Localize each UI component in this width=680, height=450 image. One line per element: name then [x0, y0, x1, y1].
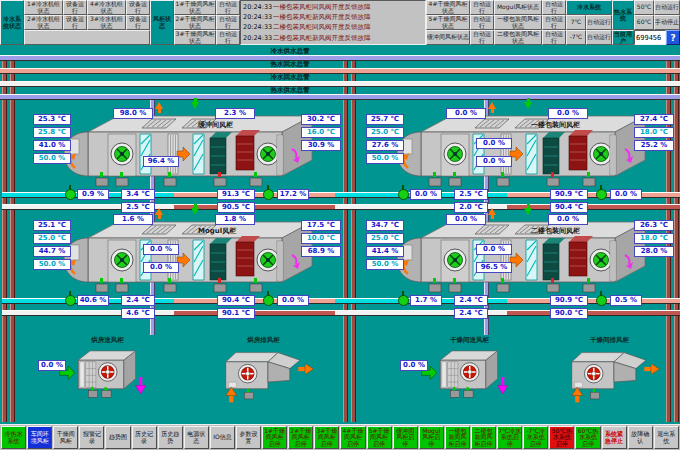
fan-unit: 干燥间送风柜 0.0 %: [402, 336, 537, 422]
ahu-status-row: 二楼包装间风柜状态 自动运行: [494, 30, 566, 45]
current-user-input[interactable]: [634, 30, 666, 45]
control-button[interactable]: 2#干燥间风柜启停: [288, 426, 313, 449]
hot-valve-icon: [596, 295, 607, 306]
readout-temp-setpoint: 25.0 ℃: [366, 127, 404, 138]
alarm-time: 20:24:33: [243, 2, 273, 12]
nav-button[interactable]: 参数设置: [236, 426, 261, 449]
section-label-cold-system: 冷水系统: [566, 0, 612, 15]
readout-return-humidity: 41.0 %: [33, 140, 71, 151]
chiller-status-group: 1#冷水机组状态 设备运行 4#冷水机组状态 设备运行 2#冷水机组状态 设备运…: [24, 0, 150, 45]
nav-button[interactable]: 干燥间风柜: [53, 426, 78, 449]
control-button[interactable]: 3#干燥间风柜启停: [314, 426, 339, 449]
control-button[interactable]: 缓冲间风柜启停: [393, 426, 418, 449]
fan-unit: 干燥间排风柜: [542, 336, 677, 422]
alarm-time: 20:24:33: [243, 12, 273, 22]
status-cell: Mogul风柜状态: [494, 0, 542, 15]
control-button[interactable]: 7℃冷水系统启停: [497, 426, 522, 449]
readout-temp-setpoint: 25.0 ℃: [366, 233, 404, 244]
status-cell: 缓冲间风柜状态: [426, 30, 470, 45]
control-button[interactable]: 5#干燥间风柜启停: [367, 426, 392, 449]
hot-supply-pipe: [507, 192, 680, 198]
readout-chilled-supply-temp: 2.5 ℃: [454, 189, 488, 200]
supply-fan-icon: [420, 345, 538, 404]
readout-chilled-supply-temp: 3.4 ℃: [121, 189, 155, 200]
help-icon[interactable]: ?: [666, 30, 680, 45]
readout-return-humidity: 27.6 %: [366, 140, 404, 151]
fan-unit: 烘房送风柜 0.0 %: [40, 336, 175, 422]
run-state-cell: 自动运行: [470, 0, 494, 15]
ahu-status-row: 5#干燥间风柜状态 自动运行: [426, 15, 494, 30]
bottom-toolbar: 冷热水系统 车间环境风柜 干燥间风柜 报警记录 趋势图 历史记录 历史趋势 电源…: [0, 424, 680, 450]
riser-pipe: [2, 55, 7, 422]
current-user-label: 当前用户: [612, 30, 634, 45]
readout-damper-top-left: 0.0 %: [446, 214, 486, 225]
ahu-name: Mogul风柜: [198, 226, 310, 236]
status-cell: 二楼包装间风柜状态: [494, 30, 542, 45]
fan-unit-label: 干燥间送风柜: [402, 336, 537, 345]
control-button[interactable]: 50℃热水系统启停: [549, 426, 574, 449]
readout-supply-humidity: 68.9 %: [301, 246, 341, 257]
control-button[interactable]: 二楼包装间风柜启停: [471, 426, 496, 449]
control-button[interactable]: 系统紧急停止: [602, 426, 627, 449]
readout-fan-flow: 0.0 %: [38, 360, 66, 371]
alarm-message: 二楼包装风柜回风阀开度反馈故障: [273, 22, 371, 32]
status-cell: 一楼包装间风柜状态: [494, 15, 542, 30]
nav-button[interactable]: 历史记录: [132, 426, 157, 449]
cold-system-row: -7℃ 自动运行: [566, 30, 612, 45]
nav-button[interactable]: 电源状态: [184, 426, 209, 449]
readout-mid-lower: 0.0 %: [143, 262, 179, 273]
nav-button[interactable]: 趋势图: [105, 426, 130, 449]
alarm-message: 二楼包装风柜新风阀开度反馈故障: [273, 33, 371, 43]
run-state-cell: 自动运行: [216, 0, 240, 15]
readout-chilled-return-temp: 2.0 ℃: [454, 202, 488, 213]
status-cell: 2#冷水机组状态: [24, 15, 63, 30]
readout-chilled-valve-opening: 1.7 %: [410, 295, 442, 306]
nav-button[interactable]: 冷热水系统: [1, 426, 26, 449]
nav-button[interactable]: 历史趋势: [158, 426, 183, 449]
control-button[interactable]: 退出系统: [654, 426, 679, 449]
readout-mid-upper: 0.0 %: [143, 244, 179, 255]
control-button[interactable]: 60℃热水系统启停: [575, 426, 600, 449]
hot-supply-pipe: [507, 298, 680, 304]
nav-button[interactable]: 车间环境风柜: [27, 426, 52, 449]
readout-chilled-supply-temp: 2.4 ℃: [121, 295, 155, 306]
exhaust-fan-icon: [214, 345, 332, 404]
readout-chilled-valve-opening: 0.9 %: [77, 189, 109, 200]
control-button[interactable]: 1#干燥间风柜启停: [262, 426, 287, 449]
readout-supply-temp: 26.3 ℃: [634, 220, 674, 231]
alarm-message: 一楼包装风柜回风阀开度反馈故障: [273, 2, 371, 12]
hot-return-pipe: [174, 204, 358, 210]
return-air-arrow-icon: [191, 208, 199, 215]
fan-unit-label: 干燥间排风柜: [542, 336, 677, 345]
run-state-cell: 自动运行: [542, 15, 566, 30]
hot-valve-icon: [263, 189, 274, 200]
readout-mid-upper: 0.0 %: [476, 244, 512, 255]
alarm-row: 20:24:33 一楼包装风柜新风阀开度反馈故障: [243, 12, 423, 22]
control-button[interactable]: 故障确认: [628, 426, 653, 449]
status-cell: 3#干燥间风柜状态: [174, 30, 216, 45]
control-button[interactable]: Mogul风柜启停: [419, 426, 444, 449]
readout-supply-temp: 30.2 ℃: [301, 114, 341, 125]
chiller-status-row: 2#冷水机组状态 设备运行 3#冷水机组状态 设备运行: [24, 15, 150, 30]
readout-return-humidity: 41.4 %: [366, 246, 404, 257]
control-button[interactable]: 一楼包装间风柜启停: [445, 426, 470, 449]
section-label-hot-system: 热水系统: [612, 0, 634, 30]
hot-valve-icon: [263, 295, 274, 306]
ahu-status-row: 1#干燥间风柜状态 自动运行: [174, 0, 240, 15]
alarm-time: 20:24:33: [243, 22, 273, 32]
status-cell: 4#干燥间风柜状态: [426, 0, 470, 15]
nav-button[interactable]: 报警记录: [79, 426, 104, 449]
fresh-air-arrow-icon: [488, 208, 496, 215]
readout-hot-valve-opening: 0.0 %: [277, 295, 309, 306]
nav-button[interactable]: IO信息: [210, 426, 235, 449]
temperature-setpoint: 50℃: [634, 0, 654, 15]
run-state-cell: 设备运行: [63, 0, 87, 15]
ahu-status-row: 一楼包装间风柜状态 自动运行: [494, 15, 566, 30]
readout-hot-supply-temp: 90.4 ℃: [217, 295, 255, 306]
control-button[interactable]: 4#干燥间风柜启停: [340, 426, 365, 449]
exhaust-fan-icon: [560, 345, 678, 404]
ahu-unit: 一楼包装间风柜 25.7 ℃ 25.0 ℃ 27.6 % 50.0 % 0.0 …: [348, 108, 678, 214]
chilled-valve-icon: [65, 295, 76, 306]
control-button[interactable]: -7℃冷水系统启停: [523, 426, 548, 449]
readout-return-temp: 25.3 ℃: [33, 114, 71, 125]
